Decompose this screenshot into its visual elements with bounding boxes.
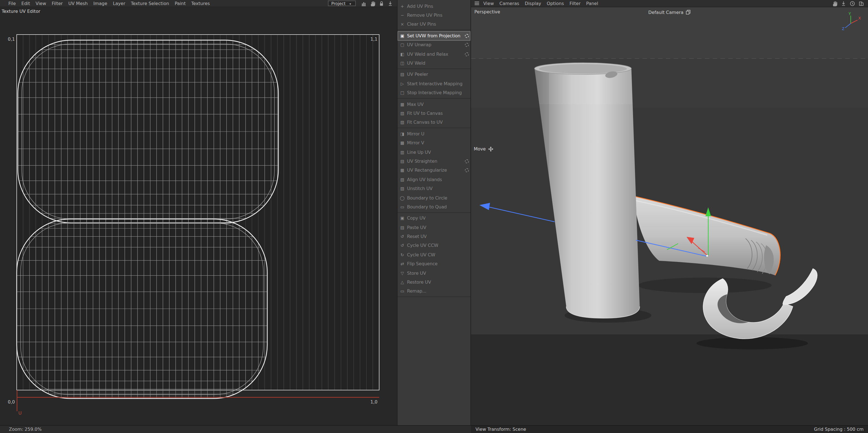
command-set-uvw-from-projection[interactable]: ▣Set UVW from Projection xyxy=(398,31,470,40)
command-boundary-to-circle[interactable]: ◯Boundary to Circle xyxy=(398,193,470,203)
menu-vp-display[interactable]: Display xyxy=(522,1,544,6)
command-align-uv-islands[interactable]: ▧Align UV Islands xyxy=(398,175,470,184)
camera-label-text: Default Camera xyxy=(648,10,683,15)
tube-shadow xyxy=(638,278,772,293)
command-copy-uv[interactable]: ▣Copy UV xyxy=(398,214,470,223)
command-remap[interactable]: ▭Remap... xyxy=(398,287,470,296)
gear-icon[interactable] xyxy=(465,34,469,38)
menu-filter[interactable]: Filter xyxy=(49,1,66,6)
uv-canvas[interactable]: U 0,1 1,1 0,0 1,0 xyxy=(0,0,397,433)
command-unstitch-uv[interactable]: ▨Unstitch UV xyxy=(398,184,470,193)
uv-peeler-icon: ▤ xyxy=(399,72,405,77)
line-up-uv-icon: ▥ xyxy=(399,150,405,155)
command-group: ▣Copy UV▤Paste UV↺Reset UV↺Cycle UV CCW↻… xyxy=(398,214,470,297)
command-restore-uv[interactable]: △Restore UV xyxy=(398,278,470,287)
gear-icon[interactable] xyxy=(465,43,469,47)
command-start-interactive-mapping[interactable]: ▷Start Interactive Mapping xyxy=(398,79,470,88)
project-dropdown[interactable]: Project ▾ xyxy=(328,1,356,6)
command-label: Flip Sequence xyxy=(407,261,438,266)
command-boundary-to-quad[interactable]: ▭Boundary to Quad xyxy=(398,202,470,211)
uv-weld-and-relax-icon: ◧ xyxy=(399,52,405,57)
command-paste-uv[interactable]: ▤Paste UV xyxy=(398,223,470,232)
command-uv-weld-and-relax[interactable]: ◧UV Weld and Relax xyxy=(398,50,470,59)
panels-icon[interactable] xyxy=(858,0,865,7)
uv-corner-label-10: 1,0 xyxy=(371,399,377,405)
uv-commands-panel: +Add UV Pins−Remove UV Pins×Clear UV Pin… xyxy=(397,0,471,433)
command-label: Max UV xyxy=(407,102,424,107)
menu-image[interactable]: Image xyxy=(91,1,110,6)
uv-corner-label-00: 0,0 xyxy=(8,399,15,405)
command-line-up-uv[interactable]: ▥Line Up UV xyxy=(398,148,470,157)
menu-uv-mesh[interactable]: UV Mesh xyxy=(65,1,91,6)
menu-file[interactable]: File xyxy=(6,1,19,6)
menu-vp-view[interactable]: View xyxy=(480,1,497,6)
perspective-viewport[interactable]: Y X Z View Cameras Display Options Filte… xyxy=(471,0,868,433)
lock-icon[interactable] xyxy=(377,0,385,7)
hand-icon[interactable] xyxy=(369,0,376,7)
max-uv-icon: ▦ xyxy=(399,102,405,107)
menu-layer[interactable]: Layer xyxy=(110,1,128,6)
command-mirror-u[interactable]: ◨Mirror U xyxy=(398,129,470,139)
gear-icon[interactable] xyxy=(465,52,469,56)
mirror-v-icon: ▩ xyxy=(399,140,405,145)
menu-paint[interactable]: Paint xyxy=(172,1,188,6)
uv-editor-menubar: File Edit View Filter UV Mesh Image Laye… xyxy=(0,0,397,7)
menu-edit[interactable]: Edit xyxy=(19,1,33,6)
command-label: UV Rectangularize xyxy=(407,168,447,173)
menu-vp-filter[interactable]: Filter xyxy=(567,1,584,6)
command-cycle-uv-cw[interactable]: ↻Cycle UV CW xyxy=(398,250,470,259)
download-icon[interactable] xyxy=(386,0,394,7)
uv-corner-label-11: 1,1 xyxy=(371,36,377,42)
command-label: Remove UV Pins xyxy=(407,13,442,18)
command-max-uv[interactable]: ▦Max UV xyxy=(398,100,470,109)
command-remove-uv-pins[interactable]: −Remove UV Pins xyxy=(398,11,470,20)
camera-label[interactable]: Default Camera xyxy=(471,9,868,15)
histogram-icon[interactable] xyxy=(360,0,367,7)
hamburger-menu-icon[interactable] xyxy=(473,0,480,7)
sheet-shadow xyxy=(696,337,808,349)
command-uv-straighten[interactable]: ▤UV Straighten xyxy=(398,157,470,166)
menu-textures[interactable]: Textures xyxy=(188,1,213,6)
uv-weld-icon: ◫ xyxy=(399,61,405,66)
clock-icon[interactable] xyxy=(848,0,856,7)
command-stop-interactive-mapping[interactable]: □Stop Interactive Mapping xyxy=(398,88,470,97)
command-add-uv-pins[interactable]: +Add UV Pins xyxy=(398,2,470,11)
menu-vp-panel[interactable]: Panel xyxy=(583,1,601,6)
menu-vp-cameras[interactable]: Cameras xyxy=(497,1,522,6)
command-cycle-uv-ccw[interactable]: ↺Cycle UV CCW xyxy=(398,241,470,251)
menu-texture-selection[interactable]: Texture Selection xyxy=(128,1,172,6)
menu-vp-options[interactable]: Options xyxy=(544,1,567,6)
clear-uv-pins-icon: × xyxy=(399,22,405,27)
gizmo-center[interactable] xyxy=(706,255,708,257)
camera-link-icon[interactable] xyxy=(685,9,691,15)
command-fit-canvas-to-uv[interactable]: ▨Fit Canvas to UV xyxy=(398,118,470,127)
command-flip-sequence[interactable]: ⇄Flip Sequence xyxy=(398,259,470,269)
command-uv-unwrap[interactable]: ▢UV Unwrap xyxy=(398,40,470,50)
view-transform-label: View Transform: Scene xyxy=(475,427,526,432)
hand-icon[interactable] xyxy=(831,0,838,7)
hud-axis-z-label: Z xyxy=(842,26,845,31)
command-fit-uv-to-canvas[interactable]: ▧Fit UV to Canvas xyxy=(398,109,470,118)
chevron-down-icon: ▾ xyxy=(349,1,351,5)
command-label: UV Peeler xyxy=(407,72,428,77)
command-label: Line Up UV xyxy=(407,150,431,155)
download-icon[interactable] xyxy=(840,0,847,7)
fit-canvas-to-uv-icon: ▨ xyxy=(399,120,405,125)
command-group: ◨Mirror U▩Mirror V▥Line Up UV▤UV Straigh… xyxy=(398,129,470,212)
command-uv-weld[interactable]: ◫UV Weld xyxy=(398,59,470,68)
command-label: Mirror U xyxy=(407,132,424,137)
restore-uv-icon: △ xyxy=(399,280,405,285)
command-uv-rectangularize[interactable]: ▦UV Rectangularize xyxy=(398,166,470,175)
gear-icon[interactable] xyxy=(465,169,469,172)
command-group: +Add UV Pins−Remove UV Pins×Clear UV Pin… xyxy=(398,2,470,30)
command-uv-peeler[interactable]: ▤UV Peeler xyxy=(398,70,470,79)
command-label: UV Straighten xyxy=(407,159,437,164)
command-clear-uv-pins[interactable]: ×Clear UV Pins xyxy=(398,20,470,29)
command-mirror-v[interactable]: ▩Mirror V xyxy=(398,139,470,148)
command-store-uv[interactable]: ▽Store UV xyxy=(398,269,470,278)
menu-view[interactable]: View xyxy=(33,1,49,6)
command-reset-uv[interactable]: ↺Reset UV xyxy=(398,232,470,241)
uv-rectangularize-icon: ▦ xyxy=(399,168,405,173)
command-label: Fit UV to Canvas xyxy=(407,111,443,116)
gear-icon[interactable] xyxy=(465,160,469,163)
